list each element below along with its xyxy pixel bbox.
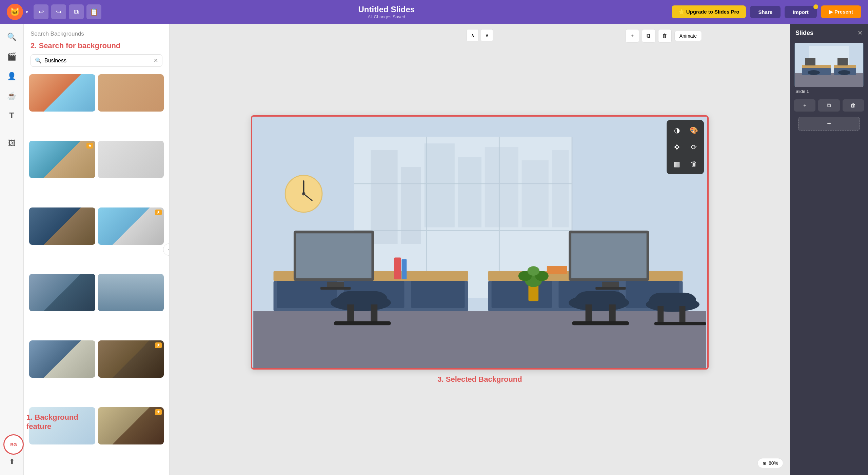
svg-rect-46 xyxy=(337,291,388,308)
bg-thumb-7[interactable] xyxy=(29,274,95,311)
slide-actions: + ⧉ 🗑 xyxy=(790,99,868,112)
prev-slide-button[interactable]: ∧ xyxy=(467,29,479,41)
search-input[interactable] xyxy=(44,58,151,64)
undo-button[interactable]: ↩ xyxy=(34,4,48,19)
bg-thumb-12[interactable]: ★ xyxy=(98,407,164,444)
share-button[interactable]: Share xyxy=(750,6,781,18)
svg-rect-56 xyxy=(649,293,696,308)
svg-rect-36 xyxy=(571,233,647,278)
svg-rect-8 xyxy=(371,150,397,244)
main-toolbar: 🐱 ▾ ↩ ↪ ⧉ 📋 Untitled Slides All Changes … xyxy=(0,0,868,24)
upgrade-button[interactable]: ⭐ Upgrade to Slides Pro xyxy=(672,5,746,18)
svg-rect-49 xyxy=(334,321,391,325)
svg-rect-23 xyxy=(411,281,465,308)
bg-thumb-1[interactable] xyxy=(29,74,95,112)
svg-rect-61 xyxy=(795,73,863,87)
logo-dropdown[interactable]: ▾ xyxy=(26,9,28,15)
search-box: 🔍 ✕ xyxy=(31,54,162,67)
search-icon: 🔍 xyxy=(35,57,42,64)
animate-button[interactable]: Animate xyxy=(674,31,702,41)
redo-button[interactable]: ↪ xyxy=(51,4,66,19)
selected-bg-label: 3. Selected Background xyxy=(437,375,522,384)
add-new-slide-button[interactable]: + xyxy=(798,117,860,131)
svg-rect-68 xyxy=(837,58,848,65)
svg-rect-1 xyxy=(253,311,706,368)
bg-panel-header: Search Backgrounds 2. Search for backgro… xyxy=(24,24,169,70)
float-toolbar: ◑ 🎨 ✥ ⟳ ▦ 🗑 xyxy=(667,120,704,174)
star-badge-4: ★ xyxy=(155,409,162,415)
step2-label: 2. Search for background xyxy=(31,41,162,50)
sidebar-search-button[interactable]: 🔍 xyxy=(3,28,21,46)
slide-label: Slide 1 xyxy=(795,89,864,94)
canvas-top-actions: + ⧉ 🗑 Animate xyxy=(626,29,702,43)
sidebar-gallery-button[interactable]: 🖼 xyxy=(3,134,21,153)
sidebar-upload-button[interactable]: ⬆ xyxy=(3,453,21,471)
logo-area: 🐱 ▾ xyxy=(7,4,28,20)
app-subtitle: All Changes Saved xyxy=(107,14,666,19)
notification-dot xyxy=(813,4,818,9)
copy-slide-button[interactable]: ⧉ xyxy=(642,29,655,43)
toolbar-actions: ⭐ Upgrade to Slides Pro Share Import ▶ P… xyxy=(672,5,861,18)
svg-rect-67 xyxy=(805,58,815,65)
slides-panel-title: Slides xyxy=(795,29,813,37)
svg-rect-51 xyxy=(575,291,626,308)
star-badge-3: ★ xyxy=(155,342,162,348)
svg-rect-25 xyxy=(296,233,372,278)
svg-rect-54 xyxy=(572,321,629,325)
canvas-area: ∧ ∨ + ⧉ 🗑 Animate xyxy=(170,24,790,475)
bg-feature-annotation: 1. Background feature xyxy=(26,413,78,431)
duplicate-button[interactable]: ⧉ xyxy=(69,4,84,19)
float-layers-button[interactable]: ▦ xyxy=(669,157,684,172)
bg-thumb-6[interactable]: ★ xyxy=(98,207,164,245)
svg-rect-38 xyxy=(595,287,626,290)
import-button[interactable]: Import xyxy=(785,6,817,18)
bg-badge-annotation: BG xyxy=(3,434,24,455)
bg-thumb-2[interactable] xyxy=(98,74,164,112)
float-move-button[interactable]: ✥ xyxy=(669,140,684,155)
duplicate-slide-button[interactable]: ⧉ xyxy=(818,99,840,112)
bg-thumb-9[interactable] xyxy=(29,340,95,378)
zoom-icon: ⊕ xyxy=(763,460,767,466)
svg-rect-39 xyxy=(547,266,567,274)
svg-rect-59 xyxy=(654,322,706,325)
sidebar-props-button[interactable]: ☕ xyxy=(3,87,21,105)
float-filter-button[interactable]: ◑ xyxy=(669,123,684,138)
slides-panel-close-button[interactable]: ✕ xyxy=(857,29,863,37)
sidebar-characters-button[interactable]: 👤 xyxy=(3,67,21,85)
present-button[interactable]: ▶ Present xyxy=(821,5,861,18)
slide-thumb-1[interactable] xyxy=(794,43,864,87)
bg-thumb-5[interactable] xyxy=(29,207,95,245)
bg-thumb-3[interactable]: ★ xyxy=(29,141,95,178)
add-slide-action-button[interactable]: + xyxy=(794,99,815,112)
sidebar-text-button[interactable]: T xyxy=(3,106,21,125)
bg-thumb-8[interactable] xyxy=(98,274,164,311)
float-delete-button[interactable]: 🗑 xyxy=(686,157,701,172)
float-swap-button[interactable]: ⟳ xyxy=(686,140,701,155)
svg-rect-27 xyxy=(320,287,351,290)
float-color-button[interactable]: 🎨 xyxy=(686,123,701,138)
slide-thumb-1-container: Slide 1 xyxy=(790,40,868,97)
clipboard-button[interactable]: 📋 xyxy=(86,4,101,19)
delete-slide-action-button[interactable]: 🗑 xyxy=(843,99,864,112)
svg-rect-58 xyxy=(679,306,686,324)
zoom-indicator: ⊕ 80% xyxy=(757,458,783,468)
svg-rect-12 xyxy=(485,147,518,227)
delete-slide-button[interactable]: 🗑 xyxy=(658,29,672,43)
add-element-button[interactable]: + xyxy=(626,29,639,43)
svg-rect-10 xyxy=(425,143,455,227)
search-clear-button[interactable]: ✕ xyxy=(154,57,158,64)
sidebar-scenes-button[interactable]: 🎬 xyxy=(3,47,21,66)
zoom-value: 80% xyxy=(769,460,778,466)
next-slide-button[interactable]: ∨ xyxy=(481,29,493,41)
svg-rect-14 xyxy=(552,150,569,227)
bg-thumb-4[interactable] xyxy=(98,141,164,178)
svg-point-70 xyxy=(838,70,850,75)
slide-preview-svg xyxy=(794,43,864,87)
slide-nav-buttons: ∧ ∨ xyxy=(467,29,493,41)
app-title: Untitled Slides xyxy=(107,5,666,14)
title-area: Untitled Slides All Changes Saved xyxy=(107,5,666,19)
slide-thumb-inner xyxy=(794,43,864,87)
svg-rect-32 xyxy=(492,281,552,308)
office-background-svg xyxy=(252,117,707,368)
bg-thumb-10[interactable]: ★ xyxy=(98,340,164,378)
